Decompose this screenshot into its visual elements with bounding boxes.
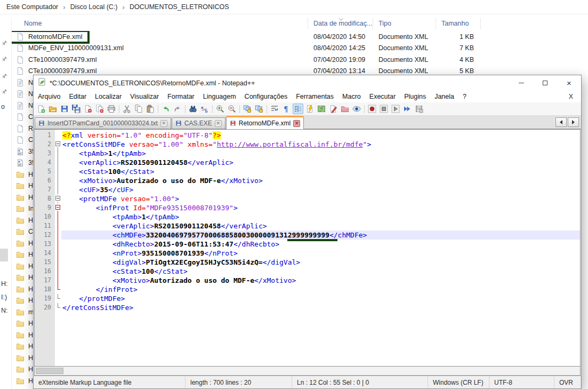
menu-item-[interactable]: ? (458, 93, 471, 100)
file-row[interactable]: MDFe_ENV_110000009131.xml08/04/2020 14:2… (12, 43, 588, 54)
tab-close-button[interactable]: ✕ (160, 120, 167, 127)
nav-drive-item[interactable]: H: (1, 280, 8, 288)
menu-item-janela[interactable]: Janela (430, 93, 458, 100)
toolbar-button-macro-record[interactable] (367, 104, 377, 114)
fold-collapse-marker[interactable] (55, 141, 60, 146)
tab-scroll-right-button[interactable] (568, 117, 579, 127)
code-line[interactable]: 5 <cStat>100</cStat> (35, 167, 580, 176)
column-header-type[interactable]: Tipo (373, 18, 436, 29)
folder-icon (16, 296, 25, 305)
code-token (62, 195, 79, 203)
column-header-date[interactable]: Data de modificaç... (308, 18, 373, 29)
code-line[interactable]: 12 <chMDFe>33200406979577000688580030000… (35, 231, 580, 240)
code-line[interactable]: 6 <xMotivo>Autorizado o uso do MDF-e</xM… (35, 176, 580, 185)
tab-close-button[interactable]: ✕ (293, 120, 300, 127)
toolbar-button-close-all-docs[interactable] (94, 104, 105, 114)
menu-item-executar[interactable]: Executar (365, 93, 400, 100)
menu-item-configuraes[interactable]: Configurações (240, 93, 292, 100)
breadcrumb-item[interactable]: Este Computador (5, 3, 59, 11)
toolbar-button-redo[interactable] (172, 104, 183, 114)
code-line[interactable]: 14 <nProt>935150008701939</nProt> (35, 249, 580, 258)
maximize-button[interactable] (533, 75, 557, 91)
toolbar-button-show-all-chars[interactable]: ¶ (281, 104, 292, 114)
toolbar-button-indent-guide[interactable] (293, 104, 303, 114)
toolbar-button-macro-play[interactable] (390, 104, 401, 114)
toolbar-button-zoom-in[interactable] (215, 104, 225, 114)
code-line[interactable]: 13 <dhRecbto>2015-09-06T11:53:47</dhRecb… (35, 240, 580, 249)
scrollbar-thumb[interactable] (36, 368, 63, 374)
toolbar-button-sync-scroll-h[interactable] (254, 104, 264, 114)
fold-line (58, 267, 58, 276)
code-line[interactable]: 10 <tpAmb>1</tpAmb> (35, 212, 580, 221)
toolbar-button-word-wrap[interactable] (269, 104, 280, 114)
toolbar-button-open-folder[interactable] (47, 104, 58, 114)
toolbar-button-sync-scroll-v[interactable] (242, 104, 253, 114)
toolbar-button-print[interactable] (106, 104, 117, 114)
fold-collapse-marker[interactable] (55, 196, 60, 201)
right-arrow-icon (572, 120, 575, 124)
fold-collapse-marker[interactable] (55, 205, 60, 210)
toolbar-button-macro-run-multiple[interactable] (402, 104, 413, 114)
toolbar-button-zoom-out[interactable] (227, 104, 237, 114)
nav-drive-item[interactable]: o (1, 103, 5, 110)
file-row[interactable]: RetornoMDFe.xml08/04/2020 14:50Documento… (12, 31, 588, 43)
close-button[interactable]: × (557, 75, 581, 91)
menu-item-plugins[interactable]: Plugins (400, 93, 430, 100)
code-line[interactable]: 11 <verAplic>RS20150901120458</verAplic> (35, 221, 580, 231)
toolbar-button-macro-edit[interactable] (328, 104, 339, 114)
toolbar-button-view-monitor[interactable] (351, 104, 362, 114)
menu-item-macro[interactable]: Macro (338, 93, 365, 100)
horizontal-scrollbar[interactable] (35, 366, 580, 375)
toolbar-button-replace[interactable]: ab (199, 104, 210, 114)
toolbar-button-copy[interactable] (133, 104, 144, 114)
tab-scroll-left-button[interactable] (555, 117, 567, 127)
nav-drive-item[interactable]: I:) (1, 293, 7, 301)
code-line[interactable]: 20</retConsSitMDFe> (35, 303, 580, 312)
code-line[interactable]: 19 </protMDFe> (35, 294, 580, 303)
column-header-name[interactable]: Nome (12, 18, 308, 29)
toolbar-button-document-map[interactable] (316, 104, 327, 114)
toolbar-button-find[interactable] (188, 104, 198, 114)
tab-casexe[interactable]: CAS.EXE✕ (172, 117, 225, 129)
np-editor[interactable]: 1<?xml version="1.0" encoding="UTF-8"?>2… (35, 130, 580, 366)
tab-insertotpamcard0010000033024txt[interactable]: InsertOTPamCard_0010000033024.txt✕ (35, 117, 171, 129)
menu-item-formatar[interactable]: Formatar (163, 93, 199, 100)
code-line[interactable]: 17 <xMotivo>Autorizado o uso do MDF-e</x… (35, 276, 580, 285)
breadcrumb-item[interactable]: Disco Local (C:) (69, 3, 119, 11)
menu-item-localizar[interactable]: Localizar (91, 93, 126, 100)
code-line[interactable]: 15 <digVal>PTiOgtX2ECgoyI5HJyC53N5i4zQ=<… (35, 258, 580, 267)
menu-item-linguagem[interactable]: Linguagem (199, 93, 240, 100)
code-line[interactable]: 16 <cStat>100</cStat> (35, 267, 580, 276)
tab-retornomdfexml[interactable]: RetornoMDFe.xml✕ (226, 116, 304, 129)
toolbar-button-cut[interactable] (122, 104, 132, 114)
menu-item-visualizar[interactable]: Visualizar (126, 93, 163, 100)
menu-item-ferramentas[interactable]: Ferramentas (292, 93, 338, 100)
code-line[interactable]: 4 <verAplic>RS20150901120458</verAplic> (35, 158, 580, 167)
doc-close-shortcut[interactable]: X (569, 93, 581, 100)
toolbar-button-function-list[interactable] (304, 104, 315, 114)
toolbar-button-project-panel[interactable] (340, 104, 350, 114)
toolbar-button-new-file[interactable] (36, 104, 46, 114)
column-header-size[interactable]: Tamanho (436, 18, 481, 29)
minimize-button[interactable] (509, 75, 533, 91)
code-line[interactable]: 9 <infProt Id="MDFe935150008701939"> (35, 203, 580, 212)
toolbar-button-close-doc[interactable] (83, 104, 93, 114)
code-line[interactable]: 2<retConsSitMDFe versao="1.00" xmlns="ht… (35, 140, 580, 149)
toolbar-button-save-all[interactable] (71, 104, 82, 114)
code-line[interactable]: 7 <cUF>35</cUF> (35, 185, 580, 194)
toolbar-button-macro-stop[interactable] (378, 104, 389, 114)
toolbar-button-undo[interactable] (160, 104, 171, 114)
toolbar-button-save[interactable] (59, 104, 70, 114)
code-line[interactable]: 1<?xml version="1.0" encoding="UTF-8"?> (35, 131, 580, 140)
toolbar-button-macro-save[interactable] (414, 104, 424, 114)
code-line[interactable]: 18 </infProt> (35, 285, 580, 294)
breadcrumb-item[interactable]: DOCUMENTOS_ELETRONICOS (128, 3, 230, 11)
code-line[interactable]: 8 <protMDFe versao="1.00"> (35, 194, 580, 203)
code-line[interactable]: 3 <tpAmb>1</tpAmb> (35, 149, 580, 158)
menu-item-arquivo[interactable]: Arquivo (34, 93, 65, 100)
tab-close-button[interactable]: ✕ (215, 120, 222, 127)
file-row[interactable]: CTe100000397479.xml07/04/2020 19:09Docum… (12, 54, 588, 66)
menu-item-editar[interactable]: Editar (65, 93, 91, 100)
toolbar-button-paste[interactable] (145, 104, 156, 114)
nav-drive-item[interactable]: N: (1, 307, 8, 314)
